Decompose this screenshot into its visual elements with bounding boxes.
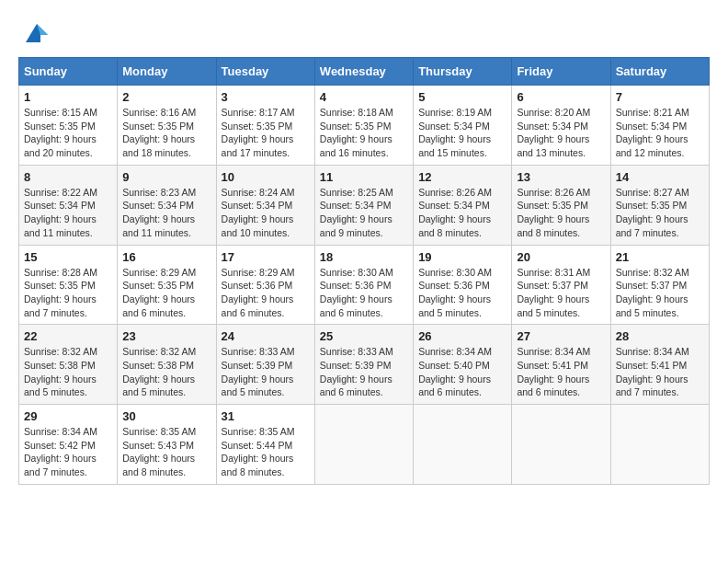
header-tuesday: Tuesday: [216, 58, 314, 86]
calendar-cell: 24Sunrise: 8:33 AMSunset: 5:39 PMDayligh…: [216, 325, 314, 405]
calendar-cell: 4Sunrise: 8:18 AMSunset: 5:35 PMDaylight…: [314, 86, 413, 166]
day-info: Sunrise: 8:18 AMSunset: 5:35 PMDaylight:…: [320, 106, 408, 160]
day-number: 31: [222, 409, 310, 423]
logo-icon: [22, 18, 51, 48]
calendar-cell: 11Sunrise: 8:25 AMSunset: 5:34 PMDayligh…: [314, 165, 413, 245]
day-info: Sunrise: 8:22 AMSunset: 5:34 PMDaylight:…: [24, 186, 112, 240]
day-info: Sunrise: 8:29 AMSunset: 5:35 PMDaylight:…: [122, 266, 210, 320]
day-number: 22: [24, 329, 112, 343]
day-number: 28: [616, 329, 704, 343]
calendar-cell: 25Sunrise: 8:33 AMSunset: 5:39 PMDayligh…: [314, 325, 413, 405]
calendar-cell: 26Sunrise: 8:34 AMSunset: 5:40 PMDayligh…: [414, 325, 512, 405]
calendar-cell: 27Sunrise: 8:34 AMSunset: 5:41 PMDayligh…: [512, 325, 610, 405]
calendar-cell: [512, 405, 610, 485]
day-info: Sunrise: 8:32 AMSunset: 5:38 PMDaylight:…: [24, 345, 112, 399]
day-number: 25: [320, 329, 408, 343]
day-info: Sunrise: 8:35 AMSunset: 5:44 PMDaylight:…: [222, 425, 310, 479]
day-info: Sunrise: 8:20 AMSunset: 5:34 PMDaylight:…: [517, 106, 605, 160]
day-number: 6: [517, 90, 605, 104]
header-thursday: Thursday: [414, 58, 512, 86]
calendar-week-1: 1Sunrise: 8:15 AMSunset: 5:35 PMDaylight…: [19, 86, 710, 166]
day-number: 9: [122, 170, 210, 184]
calendar-cell: 9Sunrise: 8:23 AMSunset: 5:34 PMDaylight…: [118, 165, 216, 245]
day-info: Sunrise: 8:26 AMSunset: 5:34 PMDaylight:…: [418, 186, 506, 240]
calendar-cell: 16Sunrise: 8:29 AMSunset: 5:35 PMDayligh…: [118, 245, 216, 325]
header-wednesday: Wednesday: [314, 58, 413, 86]
day-number: 1: [24, 90, 112, 104]
calendar-week-4: 22Sunrise: 8:32 AMSunset: 5:38 PMDayligh…: [19, 325, 710, 405]
page-header: [18, 18, 710, 48]
day-number: 17: [222, 250, 310, 264]
day-number: 10: [222, 170, 310, 184]
calendar-cell: 15Sunrise: 8:28 AMSunset: 5:35 PMDayligh…: [19, 245, 118, 325]
calendar-cell: 20Sunrise: 8:31 AMSunset: 5:37 PMDayligh…: [512, 245, 610, 325]
day-number: 26: [418, 329, 506, 343]
day-number: 15: [24, 250, 112, 264]
day-info: Sunrise: 8:32 AMSunset: 5:37 PMDaylight:…: [616, 266, 704, 320]
day-number: 21: [616, 250, 704, 264]
day-info: Sunrise: 8:26 AMSunset: 5:35 PMDaylight:…: [517, 186, 605, 240]
day-number: 16: [122, 250, 210, 264]
day-info: Sunrise: 8:27 AMSunset: 5:35 PMDaylight:…: [616, 186, 704, 240]
day-info: Sunrise: 8:34 AMSunset: 5:41 PMDaylight:…: [616, 345, 704, 399]
day-number: 2: [122, 90, 210, 104]
calendar-week-5: 29Sunrise: 8:34 AMSunset: 5:42 PMDayligh…: [19, 405, 710, 485]
day-info: Sunrise: 8:15 AMSunset: 5:35 PMDaylight:…: [24, 106, 112, 160]
calendar-cell: 8Sunrise: 8:22 AMSunset: 5:34 PMDaylight…: [19, 165, 118, 245]
day-info: Sunrise: 8:30 AMSunset: 5:36 PMDaylight:…: [418, 266, 506, 320]
calendar-cell: 14Sunrise: 8:27 AMSunset: 5:35 PMDayligh…: [610, 165, 709, 245]
calendar-cell: 19Sunrise: 8:30 AMSunset: 5:36 PMDayligh…: [414, 245, 512, 325]
day-number: 13: [517, 170, 605, 184]
calendar-cell: [414, 405, 512, 485]
calendar-cell: [314, 405, 413, 485]
calendar-cell: 23Sunrise: 8:32 AMSunset: 5:38 PMDayligh…: [118, 325, 216, 405]
day-info: Sunrise: 8:34 AMSunset: 5:42 PMDaylight:…: [24, 425, 112, 479]
day-number: 11: [320, 170, 408, 184]
day-info: Sunrise: 8:30 AMSunset: 5:36 PMDaylight:…: [320, 266, 408, 320]
header-sunday: Sunday: [19, 58, 118, 86]
header-friday: Friday: [512, 58, 610, 86]
day-number: 20: [517, 250, 605, 264]
day-number: 12: [418, 170, 506, 184]
calendar-cell: 22Sunrise: 8:32 AMSunset: 5:38 PMDayligh…: [19, 325, 118, 405]
calendar-cell: 10Sunrise: 8:24 AMSunset: 5:34 PMDayligh…: [216, 165, 314, 245]
day-info: Sunrise: 8:29 AMSunset: 5:36 PMDaylight:…: [222, 266, 310, 320]
day-number: 29: [24, 409, 112, 423]
calendar-week-3: 15Sunrise: 8:28 AMSunset: 5:35 PMDayligh…: [19, 245, 710, 325]
calendar-cell: 29Sunrise: 8:34 AMSunset: 5:42 PMDayligh…: [19, 405, 118, 485]
calendar-cell: 17Sunrise: 8:29 AMSunset: 5:36 PMDayligh…: [216, 245, 314, 325]
day-number: 27: [517, 329, 605, 343]
day-info: Sunrise: 8:35 AMSunset: 5:43 PMDaylight:…: [122, 425, 210, 479]
day-number: 24: [222, 329, 310, 343]
calendar-cell: 30Sunrise: 8:35 AMSunset: 5:43 PMDayligh…: [118, 405, 216, 485]
day-info: Sunrise: 8:33 AMSunset: 5:39 PMDaylight:…: [320, 345, 408, 399]
day-info: Sunrise: 8:23 AMSunset: 5:34 PMDaylight:…: [122, 186, 210, 240]
day-info: Sunrise: 8:28 AMSunset: 5:35 PMDaylight:…: [24, 266, 112, 320]
calendar-cell: 28Sunrise: 8:34 AMSunset: 5:41 PMDayligh…: [610, 325, 709, 405]
day-info: Sunrise: 8:32 AMSunset: 5:38 PMDaylight:…: [122, 345, 210, 399]
day-number: 19: [418, 250, 506, 264]
calendar-header-row: SundayMondayTuesdayWednesdayThursdayFrid…: [19, 58, 710, 86]
calendar-cell: [610, 405, 709, 485]
day-info: Sunrise: 8:25 AMSunset: 5:34 PMDaylight:…: [320, 186, 408, 240]
day-info: Sunrise: 8:34 AMSunset: 5:40 PMDaylight:…: [418, 345, 506, 399]
day-info: Sunrise: 8:19 AMSunset: 5:34 PMDaylight:…: [418, 106, 506, 160]
calendar-cell: 1Sunrise: 8:15 AMSunset: 5:35 PMDaylight…: [19, 86, 118, 166]
day-info: Sunrise: 8:21 AMSunset: 5:34 PMDaylight:…: [616, 106, 704, 160]
header-saturday: Saturday: [610, 58, 709, 86]
day-number: 23: [122, 329, 210, 343]
day-number: 5: [418, 90, 506, 104]
day-number: 30: [122, 409, 210, 423]
calendar-cell: 6Sunrise: 8:20 AMSunset: 5:34 PMDaylight…: [512, 86, 610, 166]
calendar-cell: 18Sunrise: 8:30 AMSunset: 5:36 PMDayligh…: [314, 245, 413, 325]
day-number: 8: [24, 170, 112, 184]
day-number: 7: [616, 90, 704, 104]
calendar-cell: 2Sunrise: 8:16 AMSunset: 5:35 PMDaylight…: [118, 86, 216, 166]
calendar-cell: 31Sunrise: 8:35 AMSunset: 5:44 PMDayligh…: [216, 405, 314, 485]
day-number: 3: [222, 90, 310, 104]
day-number: 4: [320, 90, 408, 104]
day-info: Sunrise: 8:31 AMSunset: 5:37 PMDaylight:…: [517, 266, 605, 320]
calendar-cell: 5Sunrise: 8:19 AMSunset: 5:34 PMDaylight…: [414, 86, 512, 166]
day-info: Sunrise: 8:34 AMSunset: 5:41 PMDaylight:…: [517, 345, 605, 399]
calendar-cell: 12Sunrise: 8:26 AMSunset: 5:34 PMDayligh…: [414, 165, 512, 245]
